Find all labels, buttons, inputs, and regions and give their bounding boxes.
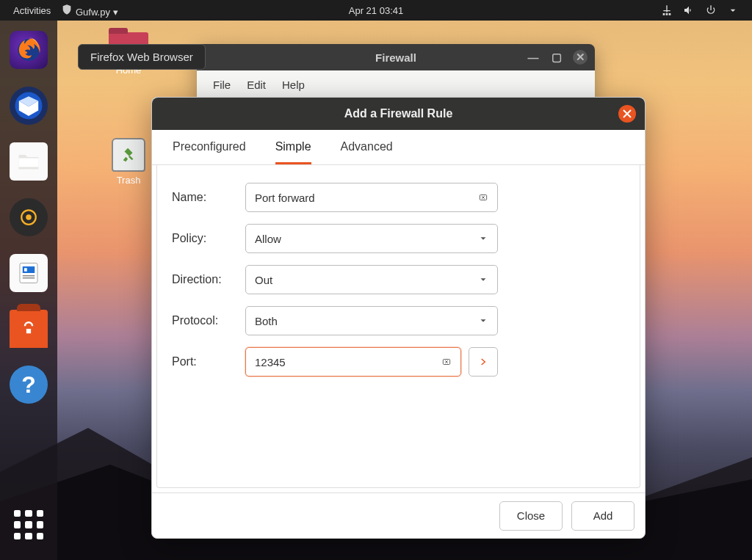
policy-select[interactable]: Allow <box>245 224 498 253</box>
chevron-right-icon <box>478 357 488 367</box>
label-policy: Policy: <box>172 232 245 245</box>
dock-files[interactable] <box>10 142 48 181</box>
clear-icon[interactable] <box>441 357 452 367</box>
volume-icon[interactable] <box>683 4 695 16</box>
port-input[interactable]: 12345 <box>245 347 461 377</box>
dialog-close[interactable] <box>618 105 636 123</box>
svg-rect-8 <box>23 275 35 277</box>
speaker-icon <box>15 204 42 230</box>
shield-icon <box>61 4 73 15</box>
svg-rect-7 <box>24 268 27 272</box>
desktop-trash-label: Trash <box>103 175 154 186</box>
app-indicator[interactable]: Gufw.py ▾ <box>61 4 118 18</box>
tab-simple[interactable]: Simple <box>275 140 311 164</box>
name-input[interactable]: Port forward <box>245 183 498 212</box>
dock-help[interactable]: ? <box>10 366 48 404</box>
svg-point-4 <box>26 214 32 220</box>
direction-select[interactable]: Out <box>245 265 498 294</box>
dock-thunderbird[interactable] <box>10 87 48 125</box>
chevron-down-icon <box>478 233 488 244</box>
tab-advanced[interactable]: Advanced <box>341 140 393 164</box>
top-bar: Activities Gufw.py ▾ Apr 21 03:41 <box>0 0 752 21</box>
menu-help[interactable]: Help <box>282 79 305 91</box>
dock-software[interactable] <box>10 310 48 348</box>
trash-icon <box>112 138 145 172</box>
firewall-title: Firewall <box>375 51 416 64</box>
thunderbird-icon <box>12 90 45 122</box>
clear-icon[interactable] <box>478 192 488 203</box>
window-maximize[interactable]: ▢ <box>549 50 564 65</box>
chevron-down-icon <box>478 316 488 326</box>
dock-libreoffice-writer[interactable] <box>10 254 48 292</box>
clock[interactable]: Apr 21 03:41 <box>349 5 403 16</box>
dialog-tabs: Preconfigured Simple Advanced <box>152 130 645 165</box>
firefox-icon <box>12 34 45 66</box>
dock: ? <box>0 21 57 560</box>
dock-firefox[interactable] <box>10 31 48 69</box>
label-direction: Direction: <box>172 273 245 286</box>
dock-rhythmbox[interactable] <box>10 198 48 236</box>
tab-preconfigured[interactable]: Preconfigured <box>173 140 246 164</box>
power-icon[interactable] <box>705 4 717 16</box>
folder-icon <box>15 148 42 175</box>
network-icon[interactable] <box>661 4 673 16</box>
menu-edit[interactable]: Edit <box>247 79 266 91</box>
protocol-select[interactable]: Both <box>245 306 498 335</box>
firewall-window: Firewall — ▢ ✕ File Edit Help <box>197 44 595 103</box>
close-button[interactable]: Close <box>499 501 563 531</box>
dock-apps-grid[interactable] <box>10 506 48 544</box>
label-protocol: Protocol: <box>172 314 245 327</box>
svg-rect-10 <box>26 329 31 333</box>
activities-button[interactable]: Activities <box>13 5 51 16</box>
svg-rect-9 <box>23 277 35 279</box>
document-icon <box>15 260 42 286</box>
dock-tooltip: Firefox Web Browser <box>78 44 206 70</box>
label-port: Port: <box>172 355 245 368</box>
chevron-down-icon[interactable] <box>727 4 739 16</box>
bag-icon <box>18 318 40 340</box>
desktop-trash[interactable]: Trash <box>103 138 154 186</box>
port-range-button[interactable] <box>469 347 498 377</box>
dialog-title: Add a Firewall Rule <box>344 107 453 120</box>
chevron-down-icon <box>478 274 488 285</box>
add-rule-dialog: Add a Firewall Rule Preconfigured Simple… <box>151 97 646 539</box>
label-name: Name: <box>172 191 245 204</box>
window-minimize[interactable]: — <box>526 50 540 65</box>
add-button[interactable]: Add <box>571 501 634 531</box>
menu-file[interactable]: File <box>213 79 231 91</box>
window-close[interactable]: ✕ <box>573 50 588 65</box>
